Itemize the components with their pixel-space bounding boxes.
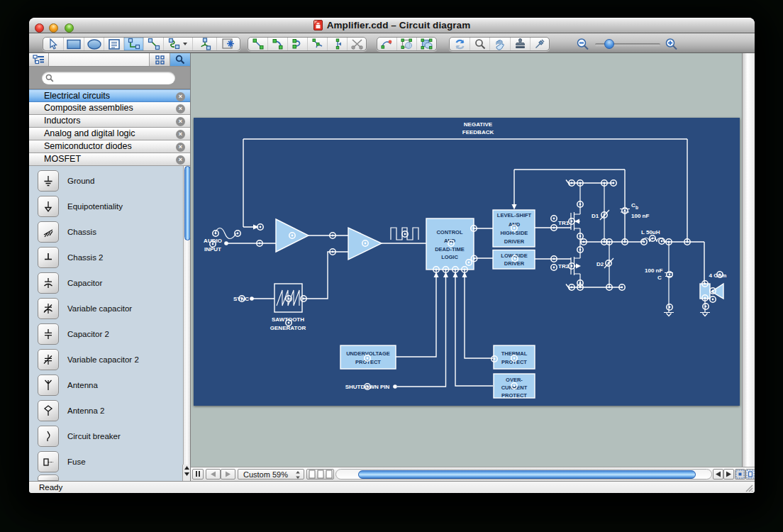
svg-text:AND: AND	[509, 221, 521, 228]
svg-text:LEVEL-SHIFT: LEVEL-SHIFT	[497, 212, 532, 218]
svg-text:FEEDBACK: FEEDBACK	[462, 129, 494, 135]
svg-text:TR1: TR1	[558, 220, 570, 226]
svg-text:THERMAL: THERMAL	[501, 350, 528, 357]
svg-text:100 nF: 100 nF	[631, 213, 649, 219]
svg-text:D1: D1	[592, 213, 599, 219]
svg-text:NEGATIVE: NEGATIVE	[464, 121, 493, 128]
svg-text:C: C	[657, 275, 662, 281]
svg-text:DEAD-TIME: DEAD-TIME	[435, 246, 465, 253]
svg-text:4 Ohm: 4 Ohm	[709, 272, 727, 279]
svg-text:LOGIC: LOGIC	[441, 254, 458, 260]
svg-text:b: b	[635, 205, 638, 210]
svg-text:CONTROL: CONTROL	[436, 229, 462, 235]
svg-text:TR2: TR2	[558, 263, 570, 270]
svg-text:100 nF: 100 nF	[645, 267, 662, 274]
svg-text:PROTECT: PROTECT	[355, 359, 381, 365]
svg-text:OVER-: OVER-	[506, 377, 523, 383]
svg-text:DRIVER: DRIVER	[504, 238, 525, 245]
svg-text:PROTECT: PROTECT	[501, 392, 527, 399]
svg-text:L 50uH: L 50uH	[641, 229, 660, 235]
svg-text:PROTECT: PROTECT	[501, 359, 527, 365]
svg-text:D2: D2	[596, 261, 604, 267]
